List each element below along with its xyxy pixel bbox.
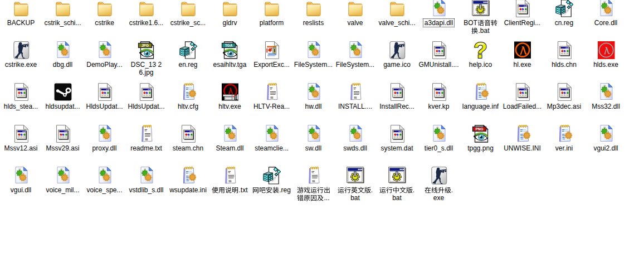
svg-text:PNG: PNG xyxy=(475,127,483,131)
svg-text:JPG: JPG xyxy=(141,43,148,47)
svg-text:TGA: TGA xyxy=(225,43,232,47)
